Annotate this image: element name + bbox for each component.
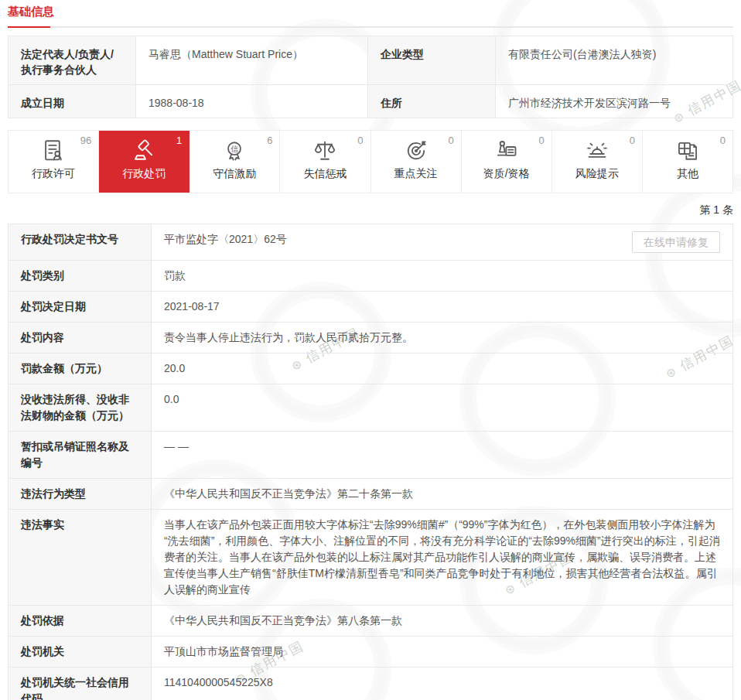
online-repair-apply-button[interactable]: 在线申请修复	[632, 231, 720, 253]
field-label-license-revocation: 暂扣或吊销证照名称及编号	[9, 432, 152, 479]
field-value-penalty-category: 罚款	[152, 261, 733, 292]
tab-label: 资质/资格	[462, 167, 551, 181]
svg-text:信: 信	[230, 145, 238, 153]
table-row: 处罚机关统一社会信用代码 1141040000545225X8	[9, 668, 733, 700]
table-row: 违法行为类型 《中华人民共和国反不正当竞争法》第二十条第一款	[9, 479, 733, 510]
table-row: 处罚决定日期 2021-08-17	[9, 292, 733, 323]
alarm-icon	[584, 138, 610, 164]
field-label-establish-date: 成立日期	[9, 85, 136, 118]
gavel-icon	[131, 138, 157, 164]
table-row: 成立日期 1988-08-18 住所 广州市经济技术开发区滨河路一号	[9, 85, 733, 118]
field-label-fine-amount: 罚款金额（万元）	[9, 353, 152, 384]
credit-china-detail-page: ⊛ 信用中国 ⊛ 信用中国 ⊛ 信用中国 ⊛ 信用中国 ⊛ 信用中国 基础信息 …	[0, 0, 741, 700]
field-label-decision-date: 处罚决定日期	[9, 292, 152, 323]
tab-label: 重点关注	[371, 167, 461, 181]
tab-label: 失信惩戒	[280, 167, 370, 181]
table-row: 没收违法所得、没收非法财物的金额（万元） 0.0	[9, 384, 733, 432]
field-label-penalty-basis: 处罚依据	[9, 606, 152, 637]
tab-label: 其他	[643, 167, 732, 181]
tab-others[interactable]: 0 其他	[643, 131, 733, 193]
field-label-address: 住所	[368, 85, 496, 118]
field-value-authority-credit-code: 1141040000545225X8	[152, 668, 733, 700]
field-value-fine-amount: 20.0	[152, 353, 733, 384]
record-index-label: 第 1 条	[8, 203, 733, 217]
table-row: 处罚依据 《中华人民共和国反不正当竞争法》第八条第一款	[9, 606, 733, 637]
category-tab-bar: 96 行政许可 1	[8, 130, 733, 193]
field-value-license-revocation: — —	[152, 432, 733, 479]
field-label-decision-doc-number: 行政处罚决定书文号	[9, 224, 152, 261]
target-icon	[403, 138, 429, 164]
table-row: 处罚机关 平顶山市市场监督管理局	[9, 637, 733, 668]
section-header: 基础信息	[8, 0, 733, 28]
tab-count-badge: 1	[176, 135, 182, 146]
tab-count-badge: 96	[80, 135, 91, 146]
tab-count-badge: 0	[720, 135, 726, 146]
table-row: 罚款金额（万元） 20.0	[9, 353, 733, 384]
field-value-address: 广州市经济技术开发区滨河路一号	[496, 85, 733, 118]
stamp-certificate-icon	[493, 138, 520, 164]
tab-count-badge: 0	[357, 135, 363, 146]
field-label-violation-type: 违法行为类型	[9, 479, 152, 510]
field-value-legal-representative: 马睿思（Matthew Stuart Price）	[136, 36, 368, 85]
tab-dishonesty-punishment[interactable]: 0 失信惩戒	[280, 131, 370, 193]
field-value-violation-facts: 当事人在该产品外包装正面用较大字体标注“去除99%细菌#”（“99%”字体为红色…	[152, 510, 733, 606]
field-value-decision-doc-number: 平市监处字〈2021〉62号	[164, 231, 287, 248]
field-label-legal-representative: 法定代表人/负责人/执行事务合伙人	[9, 36, 136, 85]
tab-administrative-license[interactable]: 96 行政许可	[8, 131, 99, 193]
table-row: 处罚内容 责令当事人停止违法行为，罚款人民币贰拾万元整。	[9, 323, 733, 353]
field-value-establish-date: 1988-08-18	[136, 85, 368, 118]
scales-icon	[312, 138, 338, 164]
page-title: 基础信息	[8, 5, 54, 18]
table-row: 暂扣或吊销证照名称及编号 — —	[9, 432, 733, 479]
field-label-penalty-content: 处罚内容	[9, 323, 152, 353]
field-value-penalty-content: 责令当事人停止违法行为，罚款人民币贰拾万元整。	[152, 323, 733, 353]
field-value-decision-date: 2021-08-17	[152, 292, 733, 323]
field-label-enterprise-type: 企业类型	[368, 36, 496, 85]
license-doc-icon	[40, 138, 67, 164]
tab-count-badge: 0	[630, 135, 635, 146]
table-row: 处罚类别 罚款	[9, 261, 733, 292]
tab-count-badge: 0	[539, 135, 545, 146]
field-value-confiscation-amount: 0.0	[152, 384, 733, 432]
field-label-violation-facts: 违法事实	[9, 510, 152, 606]
table-row: 违法事实 当事人在该产品外包装正面用较大字体标注“去除99%细菌#”（“99%”…	[9, 510, 733, 606]
table-row: 法定代表人/负责人/执行事务合伙人 马睿思（Matthew Stuart Pri…	[9, 36, 733, 85]
trust-medal-icon: 信	[221, 138, 248, 164]
tab-qualifications[interactable]: 0 资质/资格	[462, 131, 552, 193]
tab-label: 守信激励	[190, 167, 279, 181]
tab-trust-incentive[interactable]: 6 信 守信激励	[190, 131, 280, 193]
tab-label: 行政许可	[9, 167, 98, 181]
tab-risk-warning[interactable]: 0 风险提示	[552, 131, 643, 193]
section-divider	[8, 26, 733, 28]
table-row: 行政处罚决定书文号 平市监处字〈2021〉62号 在线申请修复	[9, 224, 733, 261]
tab-administrative-penalty[interactable]: 1 行政处罚	[99, 131, 190, 193]
tab-count-badge: 6	[267, 135, 272, 146]
field-label-penalty-authority: 处罚机关	[9, 637, 152, 668]
field-value-enterprise-type: 有限责任公司(台港澳法人独资)	[496, 36, 733, 85]
tab-label: 行政处罚	[99, 167, 189, 181]
field-label-authority-credit-code: 处罚机关统一社会信用代码	[9, 668, 152, 700]
field-value-violation-type: 《中华人民共和国反不正当竞争法》第二十条第一款	[152, 479, 733, 510]
penalty-detail-table: 行政处罚决定书文号 平市监处字〈2021〉62号 在线申请修复 处罚类别 罚款 …	[8, 224, 733, 700]
field-value-penalty-authority: 平顶山市市场监督管理局	[152, 637, 733, 668]
field-label-confiscation-amount: 没收违法所得、没收非法财物的金额（万元）	[9, 384, 152, 432]
field-label-penalty-category: 处罚类别	[9, 261, 152, 292]
tab-count-badge: 0	[448, 135, 453, 146]
grid-document-icon	[674, 138, 701, 164]
basic-info-table: 法定代表人/负责人/执行事务合伙人 马睿思（Matthew Stuart Pri…	[8, 36, 733, 118]
tab-label: 风险提示	[552, 167, 642, 181]
field-value-penalty-basis: 《中华人民共和国反不正当竞争法》第八条第一款	[152, 606, 733, 637]
tab-key-attention[interactable]: 0 重点关注	[371, 131, 462, 193]
